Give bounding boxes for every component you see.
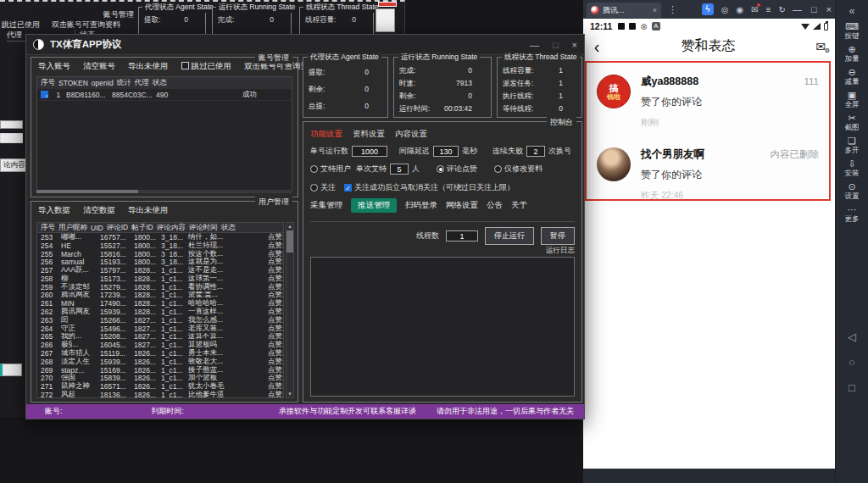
user-header-cell[interactable]: UID bbox=[87, 224, 103, 232]
user-vscrollbar[interactable]: ▲ ▼ bbox=[286, 222, 294, 398]
sidebar-item[interactable]: ✂ 截图 bbox=[845, 113, 860, 131]
scroll-up-icon[interactable]: ▲ bbox=[287, 224, 292, 229]
user-table-row[interactable]: 258 柳 15173... 1828... 1_c1... 这球第一... 点… bbox=[37, 275, 283, 283]
sidebar-item[interactable]: ▣ 全屏 bbox=[845, 90, 860, 108]
tab-about[interactable]: 关于 bbox=[511, 200, 527, 211]
thread-count-input[interactable]: 1 bbox=[446, 230, 478, 242]
user-header-cell[interactable]: 状态 bbox=[218, 223, 236, 233]
user-table-row[interactable]: 272 风起 18136... 1826... 1_c1... 比他爹牛逼 点赞… bbox=[37, 391, 283, 398]
tab-close-icon[interactable]: × bbox=[653, 6, 657, 14]
nav-back-icon[interactable]: ◁ bbox=[848, 330, 856, 343]
user-table-row[interactable]: 265 我的... 15208... 1827... 1_c1... 这算不算.… bbox=[37, 333, 283, 341]
close-icon[interactable]: × bbox=[572, 40, 577, 50]
account-hscrollbar[interactable] bbox=[36, 190, 292, 193]
user-table-row[interactable]: 256 samual 15193... 1800... 3_18... 这就是为… bbox=[37, 258, 283, 266]
export-unused-data-button[interactable]: 导出未使用 bbox=[128, 205, 169, 216]
user-table-row[interactable]: 253 嘟嘟... 16757... 1800... 3_18... 纳什，如.… bbox=[37, 233, 283, 242]
follow-radio[interactable] bbox=[310, 184, 318, 192]
tab-profile-settings[interactable]: 资料设置 bbox=[353, 129, 385, 142]
user-table-row[interactable]: 259 不淡定邹 15279... 1828... 1_c1... 看协调性..… bbox=[37, 283, 283, 291]
scroll-down-icon[interactable]: ▼ bbox=[287, 391, 292, 397]
sidebar-item[interactable]: ⌨ 按键 bbox=[845, 21, 860, 40]
sidebar-item[interactable]: ⊕ 加量 bbox=[845, 44, 860, 63]
message-settings-icon[interactable]: ✉⚙ bbox=[806, 40, 835, 53]
maximize-icon[interactable]: □ bbox=[553, 40, 559, 50]
rotate-icon[interactable]: ↻ bbox=[779, 5, 786, 14]
bg-close-button[interactable] bbox=[378, 2, 397, 7]
user-table-row[interactable]: 271 鼠神之神 16571... 1826... 1_c1... 犹太小卷毛 … bbox=[37, 382, 283, 391]
row-checkbox-icon[interactable]: ✓ bbox=[41, 91, 48, 98]
tab-menu-icon[interactable]: ⋮ bbox=[668, 4, 677, 15]
account-header-cell[interactable]: 代理 bbox=[131, 78, 149, 88]
tab-function-settings[interactable]: 功能设置 bbox=[310, 129, 342, 142]
user-table-row[interactable]: 269 stapz... 15169... 1826... 1_c1... 接子… bbox=[37, 366, 283, 375]
collapse-icon[interactable]: « bbox=[849, 5, 855, 17]
user-table-row[interactable]: 268 淡定人生 15939... 1826... 1_c1... 致敬老大..… bbox=[37, 358, 283, 366]
back-icon[interactable]: ‹ bbox=[583, 36, 610, 58]
tab-collect[interactable]: 采集管理 bbox=[310, 200, 342, 211]
avatar[interactable]: 搞 钱啦 bbox=[597, 75, 631, 108]
notification-item[interactable]: 搞 钱啦 威ya888888 111 赞了你的评论 刚刚 bbox=[587, 75, 829, 129]
tab-announcement[interactable]: 公告 bbox=[487, 200, 503, 211]
emulator-tab[interactable]: 腾讯... × bbox=[587, 3, 661, 18]
avatar[interactable] bbox=[597, 147, 631, 181]
user-table-row[interactable]: 264 守正 15496... 1827... 1_c1... 老库又装... … bbox=[37, 325, 283, 333]
fail-input[interactable]: 2 bbox=[526, 146, 545, 157]
user-header-cell[interactable]: 评论内容 bbox=[153, 223, 186, 233]
tab-content-settings[interactable]: 内容设置 bbox=[395, 129, 427, 142]
account-header-cell[interactable]: 序号 bbox=[37, 78, 55, 88]
user-header-cell[interactable]: 评论ID bbox=[103, 223, 129, 233]
nav-recents-icon[interactable]: □ bbox=[849, 381, 855, 394]
run-count-input[interactable]: 1000 bbox=[352, 146, 387, 157]
user-header-cell[interactable]: 序号 bbox=[37, 223, 55, 233]
user-table-row[interactable]: 260 腾讯网友 17239... 1828... 1_c1... 篮筐:盖..… bbox=[37, 291, 283, 300]
account-table-row[interactable]: ✓ 1 B8D81160... 8854C03C... 490 成功 bbox=[37, 89, 292, 101]
account-header-cell[interactable]: openId bbox=[88, 79, 114, 87]
emulator-close-icon[interactable]: × bbox=[826, 4, 832, 14]
notif-username[interactable]: 威ya888888 bbox=[641, 75, 698, 89]
emulator-maximize-icon[interactable]: □ bbox=[811, 4, 817, 14]
messages-icon[interactable]: ✉ bbox=[751, 5, 758, 14]
menu-icon[interactable]: ≡ bbox=[766, 5, 771, 14]
stop-run-button[interactable]: 停止运行 bbox=[485, 227, 534, 245]
scroll-thumb[interactable] bbox=[287, 230, 293, 253]
nav-home-icon[interactable]: ○ bbox=[849, 356, 855, 369]
tab-push[interactable]: 推送管理 bbox=[351, 198, 397, 213]
sidebar-item[interactable]: ⇩ 安装 bbox=[845, 158, 860, 177]
gamepad-icon[interactable]: ◎ bbox=[721, 5, 729, 14]
user-table-row[interactable]: 263 闰 15266... 1827... 1_c1... 我怎么感... 点… bbox=[37, 316, 283, 325]
user-table-row[interactable]: 257 AAA跃... 15797... 1828... 1_c1... 这不是… bbox=[37, 266, 283, 275]
emulator-titlebar[interactable]: 腾讯... × ⋮ ϟ ◎ ◉ ✉ ≡ ↻ — □ × bbox=[583, 0, 835, 19]
minimize-icon[interactable]: — bbox=[530, 40, 539, 50]
boost-icon[interactable]: ϟ bbox=[702, 3, 714, 15]
sidebar-item[interactable]: ⊖ 减量 bbox=[845, 67, 860, 86]
user-table-row[interactable]: 270 强国 15839... 1826... 1_c1... 加个篮板 点赞成… bbox=[37, 375, 283, 383]
user-table-row[interactable]: 254 HE 15527... 1800... 3_18... 杜兰特现... … bbox=[37, 242, 283, 250]
user-table-row[interactable]: 262 腾讯网友 15939... 1828... 1_c1... 一直这样..… bbox=[37, 308, 283, 316]
account-header-cell[interactable]: 状态 bbox=[149, 78, 167, 88]
sidebar-item[interactable]: ⋯ 更多 bbox=[845, 204, 860, 223]
account-icon[interactable]: ◉ bbox=[737, 5, 744, 14]
user-header-cell[interactable]: 帖子ID bbox=[128, 223, 153, 233]
clear-data-button[interactable]: 清空数据 bbox=[83, 205, 115, 216]
account-header-cell[interactable]: 统计 bbox=[114, 78, 131, 88]
dialog-titlebar[interactable]: TX体育APP协议 — □ × bbox=[26, 35, 584, 55]
at-user-radio[interactable] bbox=[310, 165, 318, 173]
user-header-cell[interactable]: 评论时间 bbox=[186, 223, 218, 233]
only-profile-radio[interactable] bbox=[494, 165, 502, 173]
user-header-cell[interactable]: 用户昵称 bbox=[55, 223, 87, 233]
pause-button[interactable]: 暂停 bbox=[541, 227, 575, 245]
user-table-row[interactable]: 261 MIN 17490... 1828... 1_c1... 哈哈哈哈...… bbox=[37, 299, 283, 308]
clear-accounts-button[interactable]: 清空账号 bbox=[83, 61, 115, 72]
import-accounts-button[interactable]: 导入账号 bbox=[38, 61, 70, 72]
tab-network[interactable]: 网络设置 bbox=[446, 200, 478, 211]
delay-input[interactable]: 130 bbox=[433, 146, 459, 157]
user-table-row[interactable]: 266 极§... 16045... 1827... 1_c1... 算篮板吗 … bbox=[37, 341, 283, 349]
emulator-minimize-icon[interactable]: — bbox=[793, 4, 802, 14]
user-table-row[interactable]: 255 March 15816... 1800... 3_18... 按这个数.… bbox=[37, 250, 283, 258]
export-unused-button[interactable]: 导出未使用 bbox=[128, 61, 169, 72]
tab-scan-login[interactable]: 扫码登录 bbox=[405, 200, 437, 211]
sidebar-item[interactable]: ❏ 多开 bbox=[845, 136, 860, 154]
sidebar-item[interactable]: ⊙ 设置 bbox=[845, 181, 860, 200]
user-table-row[interactable]: 267 城市猎人 15119... 1826... 1_c1... 勇士本来..… bbox=[37, 349, 283, 358]
